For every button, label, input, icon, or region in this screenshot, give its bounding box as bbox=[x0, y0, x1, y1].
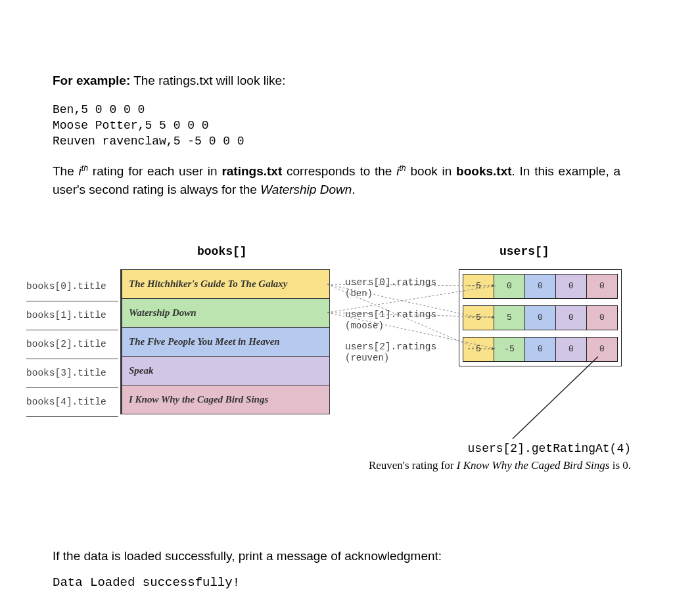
rating-cell: 0 bbox=[525, 275, 556, 298]
intro-paragraph: For example: The ratings.txt will look l… bbox=[53, 72, 620, 90]
intro-rest: The ratings.txt will look like: bbox=[130, 74, 285, 87]
document-page: For example: The ratings.txt will look l… bbox=[0, 0, 673, 616]
book-label: books[2].title bbox=[26, 330, 118, 359]
users-index-labels: users[0].ratings (ben) users[1].ratings … bbox=[345, 273, 455, 369]
rating-row: 5 0 0 0 0 bbox=[463, 274, 618, 299]
rating-cell: 0 bbox=[587, 306, 617, 330]
users-array: 5 0 0 0 0 5 5 0 0 0 5 -5 0 0 0 bbox=[459, 269, 622, 366]
book-cell: I Know Why the Caged Bird Sings bbox=[122, 385, 329, 414]
book-label: books[4].title bbox=[26, 388, 118, 417]
rating-cell: 0 bbox=[556, 306, 587, 330]
rating-cell: 5 bbox=[463, 338, 494, 361]
rating-row: 5 5 0 0 0 bbox=[463, 305, 618, 330]
rating-cell: 5 bbox=[463, 275, 494, 298]
books-array: The Hitchhiker's Guide To The Galaxy Wat… bbox=[120, 269, 330, 414]
intro-bold: For example: bbox=[53, 74, 130, 87]
rating-cell: 5 bbox=[463, 306, 494, 330]
book-label: books[1].title bbox=[26, 301, 118, 330]
rating-cell: 0 bbox=[494, 275, 525, 298]
ratings-sample-code: Ben,5 0 0 0 0 Moose Potter,5 5 0 0 0 Reu… bbox=[53, 102, 620, 150]
user-label: users[1].ratings (moose) bbox=[345, 305, 455, 337]
books-heading: books[] bbox=[197, 245, 247, 258]
book-cell: Watership Down bbox=[122, 298, 329, 327]
rating-cell: 0 bbox=[556, 275, 587, 298]
book-label: books[0].title bbox=[26, 273, 118, 301]
rating-row: 5 -5 0 0 0 bbox=[463, 337, 618, 362]
book-cell: The Hitchhiker's Guide To The Galaxy bbox=[122, 270, 329, 298]
rating-cell: 0 bbox=[556, 338, 587, 361]
book-label: books[3].title bbox=[26, 359, 118, 388]
ack-code: Data Loaded successfully! bbox=[53, 575, 620, 590]
rating-cell: 0 bbox=[587, 338, 617, 361]
rating-cell: 0 bbox=[587, 275, 617, 298]
rating-cell: 5 bbox=[494, 306, 525, 330]
annotation-desc: Reuven's rating for I Know Why the Caged… bbox=[289, 459, 631, 472]
rating-cell: 0 bbox=[525, 338, 556, 361]
books-users-diagram: books[] users[] books[0].title books[1].… bbox=[26, 238, 631, 527]
user-label: users[0].ratings (ben) bbox=[345, 273, 455, 305]
ack-paragraph: If the data is loaded successfully, prin… bbox=[53, 547, 620, 565]
correspondence-paragraph: The ith rating for each user in ratings.… bbox=[53, 162, 620, 198]
annotation-call: users[2].getRatingAt(4) bbox=[289, 442, 631, 455]
user-label: users[2].ratings (reuven) bbox=[345, 337, 455, 369]
book-cell: Speak bbox=[122, 356, 329, 385]
svg-line-9 bbox=[513, 357, 598, 439]
annotation-block: users[2].getRatingAt(4) Reuven's rating … bbox=[289, 442, 631, 472]
rating-cell: 0 bbox=[525, 306, 556, 330]
users-heading: users[] bbox=[499, 245, 549, 258]
rating-cell: -5 bbox=[494, 338, 525, 361]
book-cell: The Five People You Meet in Heaven bbox=[122, 327, 329, 356]
books-index-labels: books[0].title books[1].title books[2].t… bbox=[26, 273, 118, 417]
